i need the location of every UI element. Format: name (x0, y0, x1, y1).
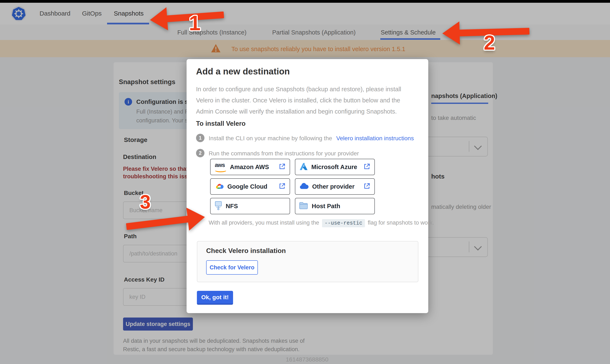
note-prefix: With all providers, you must install usi… (209, 220, 319, 226)
provider-label: Amazon AWS (230, 164, 269, 170)
velero-install-instructions-link[interactable]: Velero installation instructions (336, 135, 414, 142)
use-restic-code-chip: --use-restic (322, 219, 365, 227)
annotation-number-3: 3 (140, 191, 151, 213)
modal-intro: In order to configure and use Snapshots … (196, 84, 401, 117)
external-link-icon (363, 163, 371, 171)
step-1-label: Install the CLI on your machine by follo… (209, 135, 332, 142)
note-suffix: flag for snapshots to work. (368, 220, 434, 226)
provider-button-host-path[interactable]: Host Path (295, 198, 375, 214)
modal-intro-line2: Velero in the cluster. Once Velero is in… (196, 95, 401, 106)
install-velero-heading: To install Velero (196, 120, 246, 128)
step-2-badge: 2 (196, 149, 205, 157)
provider-button-aws[interactable]: aws Amazon AWS (210, 159, 290, 175)
check-velero-heading: Check Velero installation (206, 247, 286, 255)
ok-got-it-button[interactable]: Ok, got it! (197, 291, 233, 305)
provider-button-google-cloud[interactable]: Google Cloud (210, 178, 290, 195)
provider-label: NFS (226, 203, 238, 210)
annotation-number-2: 2 (484, 31, 495, 54)
annotation-number-1: 1 (189, 11, 201, 35)
provider-label: Microsoft Azure (311, 164, 357, 170)
step-1-text: Install the CLI on your machine by follo… (209, 135, 414, 142)
modal-intro-line3: Admin Console will verify the installati… (196, 106, 401, 117)
step-2-text: Run the commands from the instructions f… (209, 150, 359, 157)
modal-intro-line1: In order to configure and use Snapshots … (196, 84, 401, 95)
restic-note: With all providers, you must install usi… (209, 220, 434, 226)
provider-button-other[interactable]: Other provider (295, 178, 375, 195)
provider-label: Google Cloud (227, 183, 267, 190)
provider-button-azure[interactable]: Microsoft Azure (295, 159, 375, 175)
external-link-icon (278, 163, 286, 171)
nfs-icon (214, 201, 222, 211)
google-cloud-icon (214, 182, 224, 191)
aws-icon: aws (214, 162, 227, 172)
folder-icon (299, 202, 308, 210)
check-for-velero-button[interactable]: Check for Velero (206, 260, 258, 275)
azure-icon (299, 162, 308, 172)
provider-button-nfs[interactable]: NFS (210, 198, 290, 214)
provider-label: Other provider (312, 183, 354, 190)
modal-title: Add a new destination (196, 66, 290, 77)
step-1-badge: 1 (196, 134, 205, 142)
external-link-icon (278, 182, 286, 191)
cloud-icon (299, 183, 309, 190)
external-link-icon (363, 182, 371, 191)
provider-label: Host Path (312, 203, 340, 210)
